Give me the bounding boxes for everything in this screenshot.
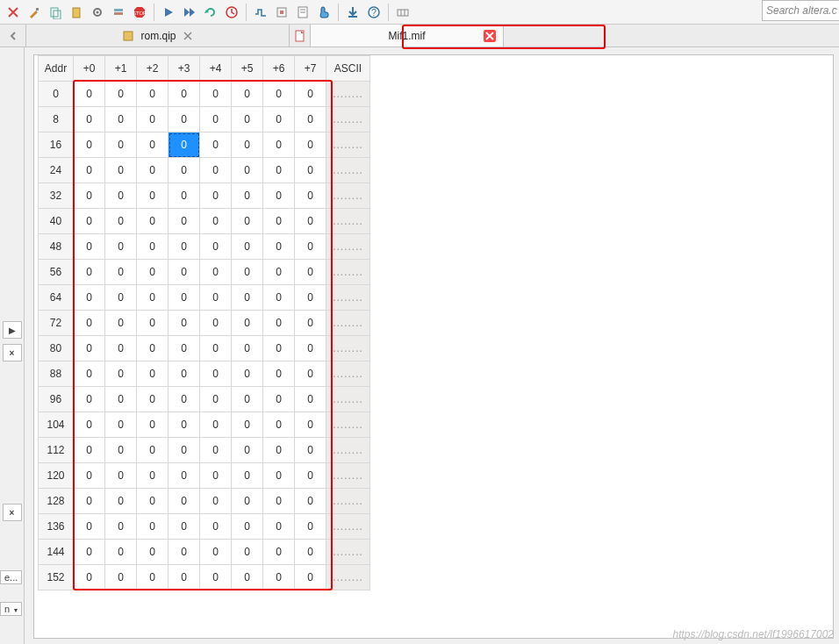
addr-cell[interactable]: 88 xyxy=(39,361,74,387)
mem-cell[interactable]: 0 xyxy=(295,158,326,183)
mem-cell[interactable]: 0 xyxy=(137,260,169,285)
tab-nav-left[interactable] xyxy=(0,25,26,47)
mem-cell[interactable]: 0 xyxy=(263,82,295,107)
addr-cell[interactable]: 144 xyxy=(39,540,74,565)
gear-icon[interactable] xyxy=(88,3,107,22)
mem-cell[interactable]: 0 xyxy=(232,387,263,412)
mem-cell[interactable]: 0 xyxy=(232,489,263,514)
wave-icon[interactable] xyxy=(251,3,270,22)
mem-cell[interactable]: 0 xyxy=(137,463,169,489)
mem-cell[interactable]: 0 xyxy=(74,158,105,183)
mem-cell[interactable]: 0 xyxy=(137,412,169,438)
mem-cell[interactable]: 0 xyxy=(137,183,169,209)
mem-cell[interactable]: 0 xyxy=(137,489,169,514)
mem-cell[interactable]: 0 xyxy=(263,311,295,336)
mem-cell[interactable]: 0 xyxy=(169,336,200,361)
mem-cell[interactable]: 0 xyxy=(74,438,105,463)
mem-cell[interactable]: 0 xyxy=(200,361,232,387)
tab-mif1-mif[interactable]: Mif1.mif xyxy=(311,25,504,47)
mem-cell[interactable]: 0 xyxy=(137,387,169,412)
mem-cell[interactable]: 0 xyxy=(295,234,326,260)
mem-cell[interactable]: 0 xyxy=(74,412,105,438)
mem-cell[interactable]: 0 xyxy=(200,285,232,311)
mem-cell[interactable]: 0 xyxy=(169,463,200,489)
mem-cell[interactable]: 0 xyxy=(232,183,263,209)
refresh-icon[interactable] xyxy=(201,3,220,22)
stop-icon[interactable]: STOP xyxy=(130,3,149,22)
mem-cell[interactable]: 0 xyxy=(137,311,169,336)
fast-forward-icon[interactable] xyxy=(180,3,199,22)
mem-cell[interactable]: 0 xyxy=(169,209,200,234)
mem-cell[interactable]: 0 xyxy=(232,260,263,285)
mem-cell[interactable]: 0 xyxy=(200,565,232,590)
mem-cell[interactable]: 0 xyxy=(105,438,137,463)
mem-cell[interactable]: 0 xyxy=(74,234,105,260)
mem-cell[interactable]: 0 xyxy=(137,565,169,590)
mem-cell[interactable]: 0 xyxy=(232,540,263,565)
report-icon[interactable] xyxy=(293,3,312,22)
mem-cell[interactable]: 0 xyxy=(295,132,326,158)
mem-cell[interactable]: 0 xyxy=(232,438,263,463)
addr-cell[interactable]: 128 xyxy=(39,489,74,514)
addr-cell[interactable]: 48 xyxy=(39,234,74,260)
mem-cell[interactable]: 0 xyxy=(169,82,200,107)
mem-cell[interactable]: 0 xyxy=(74,565,105,590)
mem-cell[interactable]: 0 xyxy=(295,463,326,489)
hand-icon[interactable] xyxy=(314,3,333,22)
side-close-button-2[interactable]: × xyxy=(3,504,22,521)
mem-cell[interactable]: 0 xyxy=(200,540,232,565)
mem-cell[interactable]: 0 xyxy=(232,336,263,361)
mem-cell[interactable]: 0 xyxy=(232,463,263,489)
mem-cell[interactable]: 0 xyxy=(295,285,326,311)
mem-cell[interactable]: 0 xyxy=(263,565,295,590)
paste-icon[interactable] xyxy=(67,3,86,22)
mem-cell[interactable]: 0 xyxy=(169,132,200,158)
mem-cell[interactable]: 0 xyxy=(169,565,200,590)
mem-cell[interactable]: 0 xyxy=(263,489,295,514)
mem-cell[interactable]: 0 xyxy=(200,336,232,361)
mem-cell[interactable]: 0 xyxy=(105,158,137,183)
addr-cell[interactable]: 72 xyxy=(39,311,74,336)
mem-cell[interactable]: 0 xyxy=(105,514,137,540)
mem-cell[interactable]: 0 xyxy=(74,489,105,514)
mem-cell[interactable]: 0 xyxy=(200,234,232,260)
mem-cell[interactable]: 0 xyxy=(74,107,105,132)
mem-cell[interactable]: 0 xyxy=(200,107,232,132)
mem-cell[interactable]: 0 xyxy=(200,412,232,438)
mem-cell[interactable]: 0 xyxy=(74,336,105,361)
mem-cell[interactable]: 0 xyxy=(105,82,137,107)
mem-cell[interactable]: 0 xyxy=(200,311,232,336)
mem-cell[interactable]: 0 xyxy=(169,285,200,311)
mem-cell[interactable]: 0 xyxy=(263,387,295,412)
mem-cell[interactable]: 0 xyxy=(232,361,263,387)
addr-cell[interactable]: 112 xyxy=(39,438,74,463)
mem-cell[interactable]: 0 xyxy=(232,514,263,540)
mem-cell[interactable]: 0 xyxy=(105,234,137,260)
mem-cell[interactable]: 0 xyxy=(263,336,295,361)
mem-cell[interactable]: 0 xyxy=(105,336,137,361)
col-5[interactable]: +5 xyxy=(232,56,263,82)
clipped-label-e[interactable]: e... xyxy=(0,570,22,584)
brush-icon[interactable] xyxy=(25,3,44,22)
side-close-button[interactable]: × xyxy=(3,344,22,361)
mem-cell[interactable]: 0 xyxy=(263,514,295,540)
mem-cell[interactable]: 0 xyxy=(137,514,169,540)
mem-cell[interactable]: 0 xyxy=(74,260,105,285)
side-collapse-button[interactable]: ▶ xyxy=(3,321,22,339)
mem-cell[interactable]: 0 xyxy=(200,158,232,183)
mem-cell[interactable]: 0 xyxy=(295,540,326,565)
col-4[interactable]: +4 xyxy=(200,56,232,82)
addr-cell[interactable]: 64 xyxy=(39,285,74,311)
mem-cell[interactable]: 0 xyxy=(263,463,295,489)
mem-cell[interactable]: 0 xyxy=(105,489,137,514)
mem-cell[interactable]: 0 xyxy=(232,234,263,260)
addr-cell[interactable]: 152 xyxy=(39,565,74,590)
col-addr[interactable]: Addr xyxy=(39,56,74,82)
mem-cell[interactable]: 0 xyxy=(137,107,169,132)
mem-cell[interactable]: 0 xyxy=(74,514,105,540)
addr-cell[interactable]: 16 xyxy=(39,132,74,158)
mem-cell[interactable]: 0 xyxy=(295,107,326,132)
mem-cell[interactable]: 0 xyxy=(232,311,263,336)
mem-cell[interactable]: 0 xyxy=(169,234,200,260)
mem-cell[interactable]: 0 xyxy=(295,311,326,336)
